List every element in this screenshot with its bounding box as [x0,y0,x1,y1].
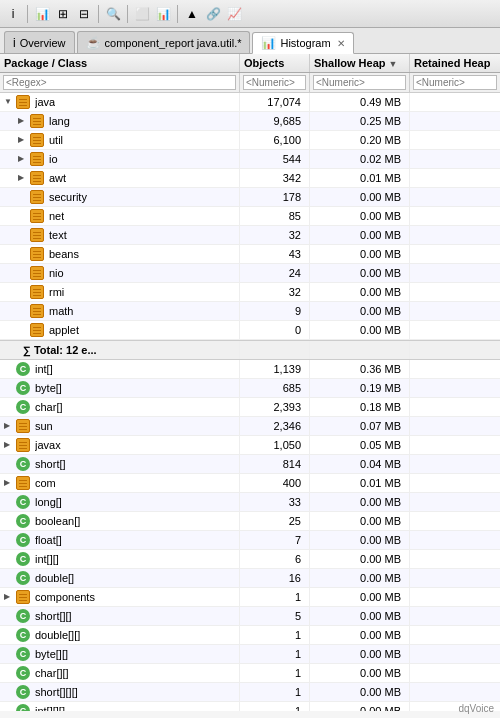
toolbar-separator-1 [27,5,28,23]
expand-triangle-icon[interactable]: ▶ [4,475,14,491]
expand-triangle-icon[interactable]: ▶ [18,132,28,148]
table-row[interactable]: Cshort[][]50.00 MB [0,607,500,626]
table-row[interactable]: Cchar[][]10.00 MB [0,664,500,683]
table-row[interactable]: nio240.00 MB [0,264,500,283]
table-row[interactable]: beans430.00 MB [0,245,500,264]
table-row[interactable]: ▶com4000.01 MB [0,474,500,493]
table-row[interactable]: ∑ Total: 12 e... [0,340,500,360]
th-objects: Objects [240,54,310,72]
cell-name: rmi [0,283,240,301]
package-icon [30,209,44,223]
up-icon[interactable]: ▲ [183,5,201,23]
th-retained-heap: Retained Heap [410,54,500,72]
table-row[interactable]: text320.00 MB [0,226,500,245]
cell-objects: 32 [240,283,310,301]
expand-triangle-icon[interactable]: ▼ [4,94,14,110]
table-row[interactable]: Cbyte[]6850.19 MB [0,379,500,398]
table-row[interactable]: Cchar[]2,3930.18 MB [0,398,500,417]
row-name-label: boolean[] [35,513,80,529]
link-icon[interactable]: 🔗 [204,5,222,23]
table-row[interactable]: Cint[][]60.00 MB [0,550,500,569]
cell-objects: 85 [240,207,310,225]
cell-objects: 685 [240,379,310,397]
table-row[interactable]: ▶lang9,6850.25 MB [0,112,500,131]
table-row[interactable]: Cdouble[]160.00 MB [0,569,500,588]
cell-shallow: 0.07 MB [310,417,410,435]
row-name-label: com [35,475,56,491]
cell-shallow: 0.00 MB [310,569,410,587]
cell-objects: 9 [240,302,310,320]
table-row[interactable]: applet00.00 MB [0,321,500,340]
row-name-label: double[] [35,570,74,586]
grid-icon[interactable]: ⊟ [75,5,93,23]
expand-triangle-icon[interactable]: ▶ [18,113,28,129]
tab-component-report[interactable]: ☕ component_report java.util.* [77,31,251,53]
expand-triangle-icon[interactable]: ▶ [4,437,14,453]
table-row[interactable]: Clong[]330.00 MB [0,493,500,512]
table-row[interactable]: ▶io5440.02 MB [0,150,500,169]
cell-name: Cint[] [0,360,240,378]
package-icon [30,152,44,166]
table-row[interactable]: Cint[][][]10.00 MB [0,702,500,711]
row-name-label: char[] [35,399,63,415]
histogram-icon[interactable]: 📈 [225,5,243,23]
cell-objects: 1,139 [240,360,310,378]
table-row[interactable]: ▶javax1,0500.05 MB [0,436,500,455]
table-row[interactable]: ▶components10.00 MB [0,588,500,607]
row-name-label: util [49,132,63,148]
cell-objects: 2,346 [240,417,310,435]
cell-retained [410,150,500,168]
table-row[interactable]: Cdouble[][]10.00 MB [0,626,500,645]
expand-triangle-icon[interactable]: ▶ [18,151,28,167]
cell-name: Cfloat[] [0,531,240,549]
filter-objects-input[interactable] [243,75,306,90]
info-icon[interactable]: i [4,5,22,23]
filter-cell-name [0,73,240,92]
table-row[interactable]: Cshort[][][]10.00 MB [0,683,500,702]
filter-retained-input[interactable] [413,75,497,90]
table-row[interactable]: rmi320.00 MB [0,283,500,302]
table-row[interactable]: net850.00 MB [0,207,500,226]
th-shallow-heap[interactable]: Shallow Heap ▼ [310,54,410,72]
table-row[interactable]: Cint[]1,1390.36 MB [0,360,500,379]
table-row[interactable]: ▶awt3420.01 MB [0,169,500,188]
cell-retained [410,569,500,587]
table-row[interactable]: Cboolean[]250.00 MB [0,512,500,531]
tab-histogram[interactable]: 📊 Histogram ✕ [252,32,353,54]
table-row[interactable]: Cfloat[]70.00 MB [0,531,500,550]
table-row[interactable]: Cbyte[][]10.00 MB [0,645,500,664]
search-icon[interactable]: 🔍 [104,5,122,23]
cell-shallow: 0.19 MB [310,379,410,397]
cell-name: ▶sun [0,417,240,435]
package-icon [30,114,44,128]
table-row[interactable]: math90.00 MB [0,302,500,321]
cell-retained [410,702,500,711]
table-row[interactable]: ▼java17,0740.49 MB [0,93,500,112]
cell-objects: 33 [240,493,310,511]
cell-retained [410,207,500,225]
close-icon[interactable]: ✕ [337,38,345,49]
filter-cell-objects [240,73,310,92]
tab-overview[interactable]: i Overview [4,31,75,53]
cell-name: ▶util [0,131,240,149]
table-icon[interactable]: ⊞ [54,5,72,23]
filter-row [0,73,500,93]
chart2-icon[interactable]: 📊 [154,5,172,23]
expand-triangle-icon[interactable]: ▶ [18,170,28,186]
expand-triangle-icon[interactable]: ▶ [4,418,14,434]
filter-cell-shallow [310,73,410,92]
table-row[interactable]: ▶sun2,3460.07 MB [0,417,500,436]
expand-triangle-icon[interactable]: ▶ [4,589,14,605]
cell-retained [410,188,500,206]
cell-shallow: 0.00 MB [310,607,410,625]
table-row[interactable]: ▶util6,1000.20 MB [0,131,500,150]
export-icon[interactable]: ⬜ [133,5,151,23]
filter-name-input[interactable] [3,75,236,90]
table-row[interactable]: security1780.00 MB [0,188,500,207]
table-row[interactable]: Cshort[]8140.04 MB [0,455,500,474]
cell-retained [410,417,500,435]
row-name-label: lang [49,113,70,129]
bar-chart-icon[interactable]: 📊 [33,5,51,23]
class-c-icon: C [16,362,30,376]
filter-shallow-input[interactable] [313,75,406,90]
